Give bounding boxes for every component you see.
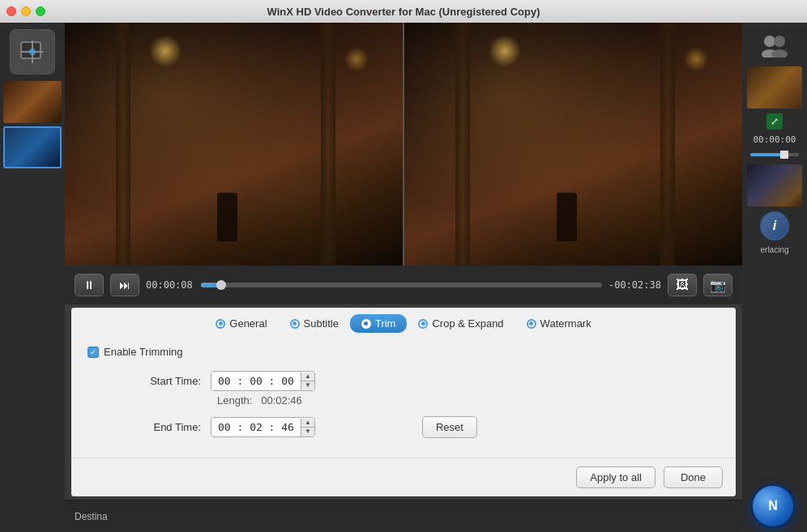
tab-radio-watermark — [527, 319, 536, 329]
start-time-spinner: ▲ ▼ — [301, 372, 314, 390]
svg-point-6 — [774, 36, 785, 47]
start-time-label: Start Time: — [136, 375, 201, 387]
tab-label-subtitle: Subtitle — [304, 317, 339, 330]
end-time-down[interactable]: ▼ — [301, 428, 314, 436]
enable-trim-row: Enable Trimming — [88, 346, 719, 358]
length-text: Length: — [217, 394, 252, 406]
tab-watermark[interactable]: Watermark — [515, 314, 603, 333]
end-time-input-group: 00 : 02 : 46 ▲ ▼ — [211, 417, 315, 437]
length-value: 00:02:46 — [261, 394, 302, 406]
current-time: 00:00:08 — [146, 279, 194, 291]
reset-button[interactable]: Reset — [422, 416, 477, 438]
start-time-down[interactable]: ▼ — [301, 381, 314, 390]
tab-label-crop: Crop & Expand — [432, 317, 503, 330]
start-time-input-group: 00 : 00 : 00 ▲ ▼ — [211, 371, 315, 391]
convert-button[interactable]: N — [750, 483, 796, 529]
right-panel: ⤢ 00:00:00 i erlacing N — [742, 23, 807, 532]
done-button[interactable]: Done — [664, 466, 723, 488]
dialog-footer: Apply to all Done — [71, 458, 736, 496]
end-time-label: End Time: — [136, 421, 201, 433]
enable-trim-label: Enable Trimming — [104, 346, 183, 358]
pause-button[interactable]: ⏸ — [75, 274, 104, 296]
people-button[interactable] — [752, 29, 797, 62]
trim-tab-content: Enable Trimming Start Time: 00 : 00 : 00… — [71, 336, 736, 458]
forward-button[interactable]: ⏭ — [110, 274, 139, 296]
video-before — [65, 23, 404, 266]
start-time-up[interactable]: ▲ — [301, 372, 314, 381]
tab-radio-trim — [361, 319, 371, 329]
start-time-row: Start Time: 00 : 00 : 00 ▲ ▼ — [136, 371, 719, 391]
traffic-lights — [6, 6, 45, 16]
info-button[interactable]: i — [760, 211, 789, 240]
end-time-up[interactable]: ▲ — [301, 419, 314, 428]
tab-radio-subtitle — [290, 319, 300, 329]
right-thumbnail-2[interactable] — [747, 164, 802, 206]
start-time-display[interactable]: 00 : 00 : 00 — [211, 372, 301, 390]
add-video-button[interactable] — [10, 29, 55, 74]
tab-radio-crop — [418, 319, 428, 329]
center-content: ⏸ ⏭ 00:00:08 -00:02:38 🖼 📷 — [65, 23, 742, 532]
right-thumbnail-1[interactable] — [747, 66, 802, 109]
camera-icon: 🖼 — [676, 278, 689, 292]
end-time-row: End Time: 00 : 02 : 46 ▲ ▼ Reset — [136, 416, 719, 438]
deinterlace-label: erlacing — [757, 245, 792, 254]
tab-subtitle[interactable]: Subtitle — [279, 314, 350, 333]
thumbnail-1[interactable] — [3, 81, 62, 123]
screenshot2-button[interactable]: 📷 — [703, 274, 732, 296]
tabs-row: General Subtitle Trim Crop & Expand Wate… — [71, 308, 736, 336]
bottom-strip: Destina — [65, 500, 742, 532]
tab-crop[interactable]: Crop & Expand — [407, 314, 515, 333]
maximize-button[interactable] — [36, 6, 45, 16]
forward-icon: ⏭ — [119, 279, 130, 292]
right-time-label: 00:00:00 — [754, 134, 796, 145]
info-icon: i — [773, 219, 776, 233]
destination-label: Destina — [75, 511, 108, 522]
progress-bar[interactable] — [201, 283, 602, 287]
video-after — [404, 23, 742, 266]
remaining-time: -00:02:38 — [608, 279, 661, 291]
time-fields: Start Time: 00 : 00 : 00 ▲ ▼ Length: — [88, 371, 719, 438]
left-sidebar — [0, 23, 65, 532]
tab-radio-general — [216, 319, 225, 329]
tab-label-general: General — [229, 317, 267, 330]
thumbnail-2-active[interactable] — [3, 126, 62, 168]
window-title: WinX HD Video Converter for Mac (Unregis… — [267, 6, 540, 18]
svg-point-5 — [764, 36, 775, 47]
minimize-button[interactable] — [21, 6, 31, 16]
expand-button[interactable]: ⤢ — [766, 113, 783, 130]
progress-thumb[interactable] — [216, 280, 226, 290]
length-label: Length: 00:02:46 — [217, 394, 302, 406]
enable-trim-checkbox[interactable] — [88, 347, 99, 358]
pause-icon: ⏸ — [83, 279, 95, 292]
close-button[interactable] — [6, 6, 16, 16]
screenshot-button[interactable]: 🖼 — [668, 274, 697, 296]
tab-general[interactable]: General — [204, 314, 278, 333]
svg-point-4 — [29, 49, 36, 55]
tab-label-watermark: Watermark — [540, 317, 591, 330]
expand-icon: ⤢ — [771, 116, 779, 127]
controls-bar: ⏸ ⏭ 00:00:08 -00:02:38 🖼 📷 — [65, 266, 742, 304]
camera2-icon: 📷 — [710, 278, 726, 293]
end-time-spinner: ▲ ▼ — [301, 419, 314, 436]
title-bar: WinX HD Video Converter for Mac (Unregis… — [0, 0, 807, 23]
video-preview — [65, 23, 742, 266]
tab-label-trim: Trim — [375, 317, 396, 330]
dialog-area: General Subtitle Trim Crop & Expand Wate… — [71, 308, 736, 496]
tab-trim[interactable]: Trim — [350, 314, 408, 333]
end-time-display[interactable]: 00 : 02 : 46 — [211, 418, 301, 436]
apply-to-all-button[interactable]: Apply to all — [576, 466, 655, 488]
app-body: ⏸ ⏭ 00:00:08 -00:02:38 🖼 📷 — [0, 23, 807, 532]
run-icon: N — [768, 499, 778, 513]
